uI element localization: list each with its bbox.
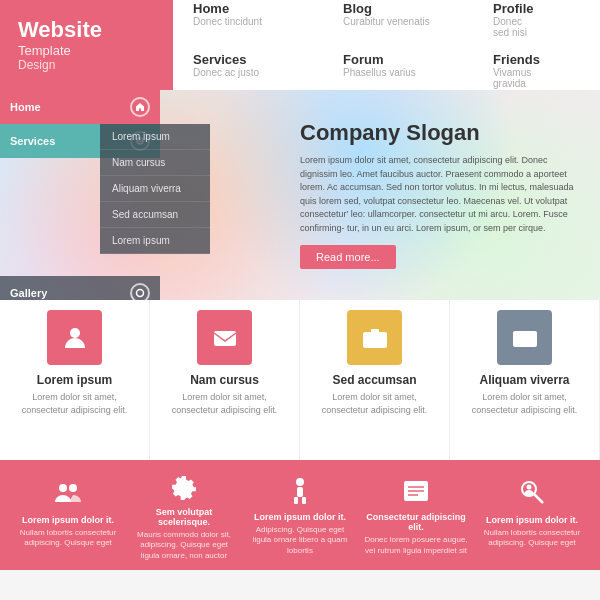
svg-rect-18 (297, 487, 303, 497)
footer-3-desc: Adipiscing. Quisque eget ligula ornare l… (246, 525, 354, 556)
submenu-item[interactable]: Aliquam viverra (100, 176, 210, 202)
search-person-icon (514, 474, 550, 510)
footer-item-2: Sem volutpat scelerisque. Mauris commodo… (126, 474, 242, 556)
footer-item-3: Lorem ipsum dolor it. Adipiscing. Quisqu… (242, 474, 358, 556)
footer-item-5: Lorem ipsum dolor it. Nullam lobortis co… (474, 474, 590, 556)
svg-rect-14 (516, 342, 522, 344)
footer-3-title: Lorem ipsum dolor it. (254, 512, 346, 522)
company-slogan: Company Slogan (300, 120, 580, 146)
feature-4-title: Aliquam viverra (479, 373, 569, 387)
feature-block-2: Nam cursus Lorem dolor sit amet, consect… (150, 300, 300, 460)
home-icon (130, 97, 150, 117)
list-icon (398, 474, 434, 507)
svg-rect-19 (294, 497, 298, 504)
svg-point-27 (527, 485, 532, 490)
brand-title: Website (18, 18, 155, 42)
feature-block-1: Lorem ipsum Lorem dolor sit amet, consec… (0, 300, 150, 460)
hero-description: Lorem ipsum dolor sit amet, consectetur … (300, 154, 580, 235)
feature-1-desc: Lorem dolor sit amet, consectetur adipis… (8, 391, 141, 416)
brand: Website Template Design (0, 0, 173, 90)
main-nav: Home Donec tincidunt Blog Curabitur vene… (173, 0, 600, 90)
read-more-button[interactable]: Read more... (300, 245, 396, 269)
submenu: Lorem ipsum Nam cursus Aliquam viverra S… (100, 124, 210, 254)
hero-section: Home Services Lorem ipsum Nam cursus Ali… (0, 90, 600, 300)
footer-4-title: Consectetur adipiscing elit. (362, 512, 470, 532)
nav-item-services[interactable]: Services Donec ac justo (193, 52, 303, 89)
feature-block-4: Aliquam viverra Lorem dolor sit amet, co… (450, 300, 600, 460)
feature-icon-camera (347, 310, 402, 365)
svg-rect-8 (214, 331, 236, 346)
group-icon (50, 474, 86, 510)
feature-icon-card (497, 310, 552, 365)
svg-point-16 (69, 484, 77, 492)
footer-4-desc: Donec lorem posuere augue, vel rutrum li… (362, 535, 470, 556)
feature-icon-mail (197, 310, 252, 365)
svg-rect-11 (371, 329, 379, 333)
footer-1-desc: Nullam lobortis consectetur adipiscing. … (14, 528, 122, 549)
svg-point-15 (59, 484, 67, 492)
header: Website Template Design Home Donec tinci… (0, 0, 600, 90)
feature-2-desc: Lorem dolor sit amet, consectetur adipis… (158, 391, 291, 416)
nav-item-profile[interactable]: Profile Donec sed nisi (493, 1, 540, 38)
submenu-item[interactable]: Lorem ipsum (100, 124, 210, 150)
svg-point-7 (70, 328, 80, 338)
submenu-item[interactable]: Nam cursus (100, 150, 210, 176)
nav-item-forum[interactable]: Forum Phasellus varius (343, 52, 453, 89)
nav-item-friends[interactable]: Friends Vivamus gravida (493, 52, 540, 89)
features-section: Lorem ipsum Lorem dolor sit amet, consec… (0, 300, 600, 460)
feature-3-desc: Lorem dolor sit amet, consectetur adipis… (308, 391, 441, 416)
footer-item-4: Consectetur adipiscing elit. Donec lorem… (358, 474, 474, 556)
footer-5-title: Lorem ipsum dolor it. (486, 515, 578, 525)
svg-point-17 (296, 478, 304, 486)
feature-block-3: Sed accumsan Lorem dolor sit amet, conse… (300, 300, 450, 460)
feature-1-title: Lorem ipsum (37, 373, 112, 387)
footer-1-title: Lorem ipsum dolor it. (22, 515, 114, 525)
feature-icon-person (47, 310, 102, 365)
svg-line-26 (534, 494, 543, 503)
left-nav: Home Services Lorem ipsum Nam cursus Ali… (0, 90, 160, 300)
leftnav-gallery[interactable]: Gallery (0, 276, 160, 300)
submenu-item[interactable]: Lorem ipsum (100, 228, 210, 254)
submenu-item[interactable]: Sed accumsan (100, 202, 210, 228)
footer-section: Lorem ipsum dolor it. Nullam lobortis co… (0, 460, 600, 570)
nav-item-home[interactable]: Home Donec tincidunt (193, 1, 303, 38)
leftnav-home[interactable]: Home (0, 90, 160, 124)
hero-text: Company Slogan Lorem ipsum dolor sit ame… (300, 120, 580, 269)
feature-3-title: Sed accumsan (332, 373, 416, 387)
footer-2-title: Sem volutpat scelerisque. (130, 507, 238, 527)
brand-sub2: Design (18, 58, 155, 72)
svg-rect-20 (302, 497, 306, 504)
nav-item-blog[interactable]: Blog Curabitur venenatis (343, 1, 453, 38)
gallery-icon (130, 283, 150, 300)
footer-5-desc: Nullam lobortis consectetur adipiscing. … (478, 528, 586, 549)
brand-subtitle: Template (18, 43, 155, 58)
svg-rect-13 (513, 336, 537, 340)
footer-item-1: Lorem ipsum dolor it. Nullam lobortis co… (10, 474, 126, 556)
svg-point-3 (137, 290, 144, 297)
footer-2-desc: Mauris commodo dolor sit, adipiscing. Qu… (130, 530, 238, 561)
person-stand-icon (282, 474, 318, 507)
feature-2-title: Nam cursus (190, 373, 259, 387)
gear-icon (166, 474, 202, 502)
feature-4-desc: Lorem dolor sit amet, consectetur adipis… (458, 391, 591, 416)
